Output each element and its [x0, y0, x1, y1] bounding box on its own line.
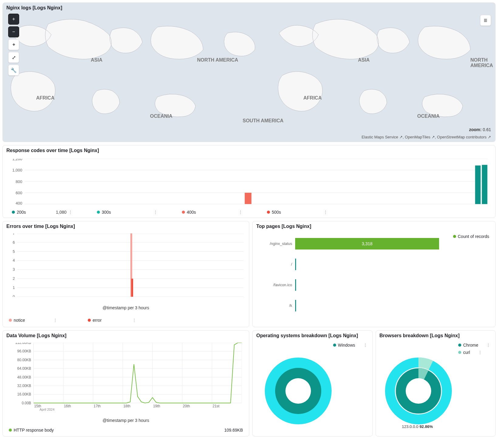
legend-dot-icon — [182, 211, 185, 214]
legend-item-chrome[interactable]: Chrome ⋮ — [458, 343, 490, 348]
svg-text:0: 0 — [13, 294, 15, 297]
continent-namerica-1: NORTH AMERICA — [197, 57, 238, 63]
errors-bar-error[interactable] — [131, 279, 133, 297]
svg-text:112.00KB: 112.00KB — [15, 343, 31, 345]
top-pages-row[interactable]: /nginx_status3,318 — [259, 233, 439, 254]
errors-chart[interactable]: 01234567 2024-04-15 00:002024-04-17 00:0… — [8, 233, 244, 297]
top-pages-bar[interactable]: 3,318 — [295, 238, 439, 249]
map-attribution: Elastic Maps Service ↗, OpenMapTiles ↗, … — [362, 135, 491, 139]
legend-item-curl[interactable]: curl ⋮ — [458, 350, 490, 355]
legend-dot-icon — [453, 235, 456, 238]
attribution-omt-link[interactable]: OpenMapTiles ↗ — [405, 135, 435, 139]
svg-text:April 2024: April 2024 — [39, 408, 54, 411]
os-donut[interactable] — [259, 349, 338, 433]
browsers-donut[interactable] — [379, 349, 458, 433]
continent-oceania-1: OCEANIA — [150, 114, 172, 119]
legend-menu-button[interactable]: ⋮ — [53, 318, 57, 323]
legend-menu-button[interactable]: ⋮ — [132, 318, 136, 323]
svg-text:18th: 18th — [123, 404, 130, 408]
layers-button[interactable]: ☰ — [480, 15, 491, 26]
top-pages-bar[interactable] — [295, 279, 296, 291]
plus-icon: + — [12, 16, 15, 22]
legend-dot-icon — [9, 429, 12, 432]
svg-text:600: 600 — [15, 191, 22, 195]
top-pages-panel: Top pages [Logs Nginx] /nginx_status3,31… — [252, 221, 496, 327]
continent-africa-2: AFRICA — [303, 95, 322, 101]
attribution-elastic-link[interactable]: Elastic Maps Service ↗ — [362, 135, 403, 139]
browsers-breakdown-title: Browsers breakdown [Logs Nginx] — [376, 331, 496, 341]
attribution-osm-link[interactable]: OpenStreetMap contributors ↗ — [437, 135, 491, 139]
legend-item-windows[interactable]: Windows ⋮ — [333, 343, 367, 348]
legend-item-500s[interactable]: 500s ⋮ — [267, 210, 328, 215]
svg-text:0.00B: 0.00B — [22, 401, 31, 405]
top-pages-chart[interactable]: /nginx_status3,318//favicon.ico/k — [259, 233, 439, 324]
legend-menu-button[interactable]: ⋮ — [363, 343, 367, 348]
top-pages-bar[interactable] — [295, 300, 296, 311]
legend-item-notice[interactable]: notice ⋮ — [9, 318, 57, 323]
svg-text:96.00KB: 96.00KB — [17, 349, 31, 353]
expand-icon: ⤢ — [12, 55, 16, 60]
continent-asia-1: ASIA — [91, 57, 102, 63]
browsers-center-label: 123.0.0.0 92.86% — [392, 424, 443, 429]
legend-item-http-body[interactable]: HTTP response body — [9, 428, 54, 433]
svg-text:19th: 19th — [153, 404, 160, 408]
map-body[interactable]: ASIA NORTH AMERICA AFRICA OCEANIA SOUTH … — [3, 3, 495, 142]
response-codes-chart[interactable]: 1,200 1,000 800 600 400 — [10, 159, 488, 205]
legend-menu-button[interactable]: ⋮ — [153, 210, 158, 215]
legend-item-200s[interactable]: 200s 1,080 ⋮ — [12, 210, 73, 215]
tools-button[interactable]: 🔧 — [8, 65, 19, 76]
legend-item-300s[interactable]: 300s ⋮ — [97, 210, 158, 215]
top-pages-row[interactable]: / — [259, 254, 439, 275]
os-breakdown-title: Operating systems breakdown [Logs Nginx] — [253, 331, 372, 341]
svg-text:800: 800 — [15, 179, 22, 184]
svg-text:2: 2 — [13, 276, 15, 281]
errors-title: Errors over time [Logs Nginx] — [3, 221, 249, 232]
world-silhouette-left — [2, 12, 264, 133]
errors-panel: Errors over time [Logs Nginx] 01234567 2… — [2, 221, 249, 327]
legend-menu-button[interactable]: ⋮ — [238, 210, 243, 215]
zoom-out-button[interactable]: − — [8, 26, 19, 37]
response-bar-400s[interactable] — [245, 193, 251, 204]
response-codes-legend: 200s 1,080 ⋮ 300s ⋮ 400s ⋮ 500s — [12, 210, 328, 215]
legend-menu-button[interactable]: ⋮ — [323, 210, 328, 215]
svg-point-63 — [285, 378, 311, 404]
legend-item-error[interactable]: error ⋮ — [88, 318, 136, 323]
data-volume-panel: Data Volume [Logs Nginx] 0.00B16.00KB32.… — [2, 330, 249, 436]
svg-text:1,000: 1,000 — [12, 168, 22, 172]
top-pages-category: /favicon.ico — [259, 283, 295, 287]
layers-icon: ☰ — [484, 18, 487, 23]
locate-button[interactable]: ⌖ — [8, 39, 19, 50]
svg-text:5: 5 — [13, 249, 15, 254]
fit-bounds-button[interactable]: ⤢ — [8, 52, 19, 63]
continent-asia-2: ASIA — [358, 57, 370, 63]
svg-text:1,200: 1,200 — [12, 159, 22, 161]
legend-menu-button[interactable]: ⋮ — [486, 343, 490, 348]
legend-dot-icon — [12, 211, 15, 214]
zoom-in-button[interactable]: + — [8, 14, 19, 25]
top-pages-bar[interactable] — [295, 259, 296, 270]
svg-text:1: 1 — [13, 285, 15, 290]
response-bar-200s-b[interactable] — [482, 165, 487, 204]
legend-item-400s[interactable]: 400s ⋮ — [182, 210, 243, 215]
data-volume-chart[interactable]: 0.00B16.00KB32.00KB48.00KB64.00KB80.00KB… — [9, 343, 242, 412]
top-pages-category: / — [259, 262, 295, 266]
continent-samerica-1: SOUTH AMERICA — [243, 118, 284, 124]
map-title: Nginx logs [Logs Nginx] — [3, 3, 66, 13]
top-pages-row[interactable]: /favicon.ico — [259, 275, 439, 295]
response-bar-200s-a[interactable] — [475, 165, 481, 204]
svg-text:4: 4 — [13, 258, 15, 263]
svg-text:32.00KB: 32.00KB — [17, 384, 31, 388]
legend-menu-button[interactable]: ⋮ — [478, 350, 482, 355]
svg-text:6: 6 — [13, 240, 15, 245]
legend-menu-button[interactable]: ⋮ — [68, 210, 73, 215]
zoom-label: zoom: — [469, 127, 482, 132]
top-pages-legend[interactable]: Count of records — [453, 234, 489, 239]
map-panel: Nginx logs [Logs Nginx] ASIA NORTH AMERI… — [2, 2, 496, 142]
data-volume-line[interactable] — [33, 343, 241, 403]
os-breakdown-panel: Operating systems breakdown [Logs Nginx]… — [252, 330, 373, 436]
svg-text:7: 7 — [13, 233, 15, 236]
svg-text:20th: 20th — [183, 404, 190, 408]
top-pages-row[interactable]: /k — [259, 295, 439, 316]
world-silhouette-right — [264, 12, 496, 133]
svg-text:80.00KB: 80.00KB — [17, 358, 31, 362]
